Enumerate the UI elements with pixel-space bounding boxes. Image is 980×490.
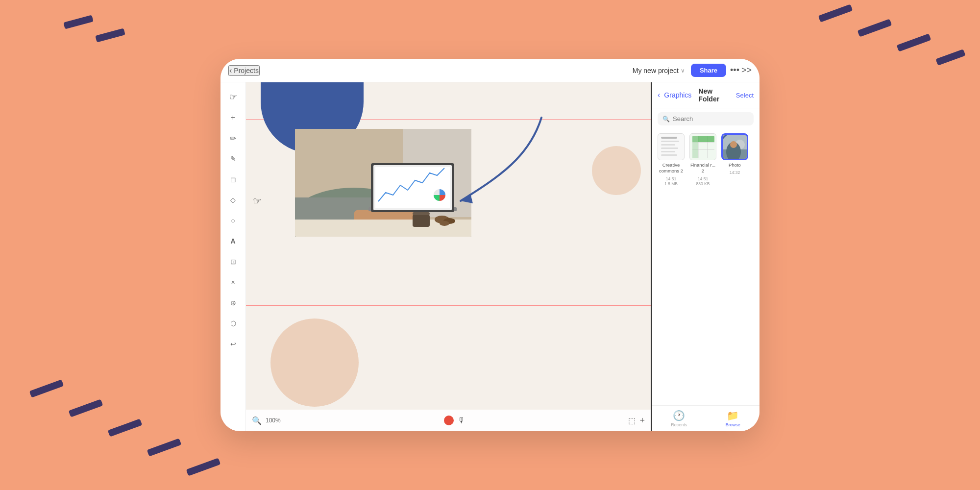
decoration-dash-6 bbox=[935, 49, 965, 66]
more-options-button[interactable]: ••• bbox=[730, 65, 739, 75]
pencil-tool-button[interactable]: ✎ bbox=[224, 150, 242, 168]
lasso-tool-button[interactable]: ⬡ bbox=[224, 315, 242, 332]
zoom-button[interactable]: 🔍 bbox=[252, 416, 262, 425]
back-chevron-icon: ‹ bbox=[229, 66, 232, 75]
forward-icon: >> bbox=[741, 65, 752, 75]
fill-tool-button[interactable]: ◇ bbox=[224, 191, 242, 209]
file-name-financial: Financial r... 2 bbox=[689, 162, 716, 174]
browse-label: Browse bbox=[726, 422, 740, 427]
svg-rect-13 bbox=[413, 212, 430, 215]
decoration-dash-8 bbox=[69, 399, 103, 417]
search-input[interactable] bbox=[673, 115, 749, 122]
panel-back-icon[interactable]: ‹ bbox=[658, 91, 660, 99]
recents-label: Recents bbox=[671, 422, 687, 427]
recents-icon: 🕐 bbox=[673, 410, 685, 421]
more-icon: ••• bbox=[730, 65, 739, 75]
file-thumb-doc bbox=[658, 133, 685, 160]
svg-point-28 bbox=[730, 141, 737, 148]
file-meta-creative-commons: 14:51 1.8 MB bbox=[664, 176, 678, 186]
pen-tool-button[interactable]: ✏ bbox=[224, 129, 242, 147]
panel-header: ‹ Graphics New Folder Select bbox=[652, 82, 760, 108]
decoration-dash-5 bbox=[897, 33, 931, 51]
decoration-dash-9 bbox=[108, 418, 143, 437]
file-name-photo: Photo bbox=[729, 162, 741, 168]
decoration-dash-2 bbox=[95, 28, 125, 42]
add-tool-button[interactable]: + bbox=[224, 109, 242, 126]
left-toolbar: ☞ + ✏ ✎ ◻ ◇ ○ A ⊡ × ⊕ ⬡ ↩ bbox=[220, 82, 246, 431]
panel-search-bar: 🔍 bbox=[658, 112, 754, 125]
file-thumb-photo bbox=[721, 133, 748, 160]
target-tool-button[interactable]: ⊕ bbox=[224, 294, 242, 312]
forward-button[interactable]: >> bbox=[741, 65, 752, 75]
record-button[interactable] bbox=[444, 416, 454, 425]
back-button[interactable]: ‹ Projects bbox=[228, 65, 260, 76]
file-meta-photo: 14:32 bbox=[730, 170, 740, 175]
svg-rect-23 bbox=[692, 136, 698, 158]
zoom-level: 100% bbox=[266, 417, 281, 424]
undo-tool-button[interactable]: ↩ bbox=[224, 335, 242, 353]
top-bar: ‹ Projects My new project ∨ Share ••• >> bbox=[220, 59, 760, 82]
file-name-creative-commons: Creative commons 2 bbox=[658, 162, 685, 174]
shapes-tool-button[interactable]: ○ bbox=[224, 212, 242, 229]
frame-button[interactable]: ⬚ bbox=[628, 416, 636, 425]
file-grid: Creative commons 2 14:51 1.8 MB bbox=[652, 129, 760, 190]
decoration-dash-7 bbox=[29, 379, 64, 397]
file-item-financial[interactable]: Financial r... 2 14:51 880 KB bbox=[689, 133, 716, 186]
peach-circle-top-right bbox=[592, 146, 641, 195]
panel-select-button[interactable]: Select bbox=[736, 92, 754, 99]
nav-item-recents[interactable]: 🕐 Recents bbox=[671, 410, 687, 427]
panel-bottom-nav: 🕐 Recents 📁 Browse bbox=[652, 405, 760, 431]
project-title-text: My new project bbox=[633, 67, 679, 74]
main-card: ‹ Projects My new project ∨ Share ••• >>… bbox=[220, 59, 760, 431]
laptop-scene bbox=[295, 129, 471, 237]
decoration-dash-11 bbox=[186, 458, 221, 476]
nav-item-browse[interactable]: 📁 Browse bbox=[726, 410, 740, 427]
guideline-bottom bbox=[246, 305, 651, 306]
eraser-tool-button[interactable]: ◻ bbox=[224, 171, 242, 188]
decoration-dash-10 bbox=[147, 438, 182, 456]
file-thumb-spreadsheet bbox=[689, 133, 716, 160]
browse-icon: 📁 bbox=[727, 410, 739, 421]
file-item-photo[interactable]: Photo 14:32 bbox=[721, 133, 748, 186]
microphone-button[interactable]: 🎙 bbox=[458, 416, 466, 425]
peach-circle-bottom-left bbox=[270, 318, 359, 407]
svg-point-16 bbox=[440, 221, 449, 226]
file-item-creative-commons[interactable]: Creative commons 2 14:51 1.8 MB bbox=[658, 133, 685, 186]
add-frame-button[interactable]: + bbox=[639, 416, 645, 426]
content-area: ☞ + ✏ ✎ ◻ ◇ ○ A ⊡ × ⊕ ⬡ ↩ bbox=[220, 82, 760, 431]
close-tool-button[interactable]: × bbox=[224, 273, 242, 291]
decoration-dash-4 bbox=[858, 19, 892, 37]
panel-folder-title: New Folder bbox=[698, 87, 732, 103]
decoration-dash-1 bbox=[63, 15, 94, 29]
back-label: Projects bbox=[234, 67, 259, 74]
search-icon: 🔍 bbox=[662, 116, 670, 122]
svg-rect-12 bbox=[413, 215, 430, 227]
decoration-dash-3 bbox=[818, 4, 853, 22]
cursor-hand-indicator: ☞ bbox=[253, 195, 262, 207]
share-button[interactable]: Share bbox=[691, 64, 726, 77]
file-meta-financial: 14:51 880 KB bbox=[696, 176, 710, 186]
chevron-down-icon: ∨ bbox=[681, 67, 685, 74]
select-frame-tool-button[interactable]: ⊡ bbox=[224, 253, 242, 270]
text-tool-button[interactable]: A bbox=[224, 232, 242, 250]
canvas-area[interactable]: 🔍 100% 🎙 ⬚ + ☞ bbox=[246, 82, 651, 431]
project-title: My new project ∨ bbox=[633, 67, 685, 74]
canvas-bottom-bar: 🔍 100% 🎙 ⬚ + bbox=[246, 410, 651, 431]
canvas-photo[interactable] bbox=[295, 129, 471, 237]
right-panel: ‹ Graphics New Folder Select 🔍 bbox=[652, 82, 760, 431]
panel-breadcrumb[interactable]: Graphics bbox=[664, 91, 691, 99]
cursor-tool-button[interactable]: ☞ bbox=[224, 88, 242, 106]
